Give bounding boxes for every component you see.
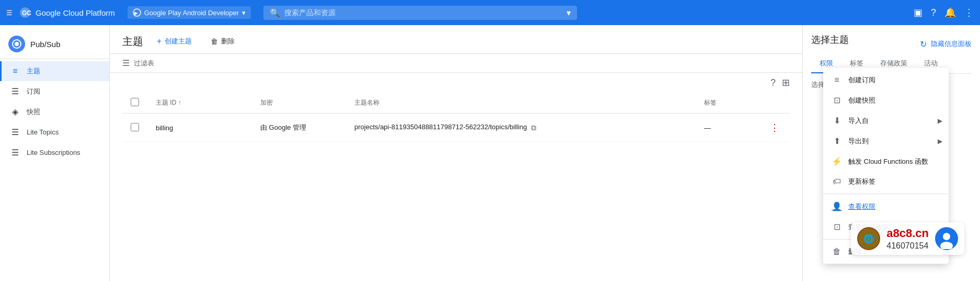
topbar: ☰ GC Google Cloud Platform ▶ Google Play… (0, 0, 980, 25)
menu-item-arrow-3: ▶ (938, 138, 942, 145)
col-header-encrypt[interactable]: 加密 (252, 93, 346, 114)
menu-item-label-6: 查看权限 (848, 202, 875, 211)
menu-divider-2 (823, 194, 949, 194)
sidebar-item-subscriptions[interactable]: ☰ 订阅 (0, 81, 109, 102)
help-icon[interactable]: ? (931, 7, 936, 18)
svg-point-5 (15, 42, 19, 46)
menu-item-icon-2: ⬇ (832, 116, 842, 126)
sidebar-item-subscriptions-label: 订阅 (27, 87, 40, 96)
sidebar-item-snapshots[interactable]: ◈ 快照 (0, 102, 109, 122)
search-icon: 🔍 (270, 8, 280, 18)
sidebar-item-topics[interactable]: ≡ 主题 (0, 61, 109, 81)
filter-bar[interactable]: ☰ 过滤表 (110, 54, 802, 73)
create-btn-label: 创建主题 (165, 37, 192, 46)
sidebar-item-lite-subscriptions[interactable]: ☰ Lite Subscriptions (0, 142, 109, 163)
refresh-icon[interactable]: ↻ (920, 39, 927, 49)
project-icon: ▶ (133, 8, 141, 17)
columns-toolbar-icon[interactable]: ⊞ (782, 77, 790, 88)
delete-button[interactable]: 🗑 删除 (205, 33, 240, 49)
menu-item-4[interactable]: ⚡ 触发 Cloud Functions 函数 (823, 151, 949, 172)
menu-item-0[interactable]: ≡ 创建订阅 (823, 70, 949, 90)
menu-item-label-4: 触发 Cloud Functions 函数 (848, 157, 928, 166)
menu-item-icon-3: ⬆ (832, 136, 842, 146)
table-container: ? ⊞ 主题 ID ↑ 加密 (110, 73, 802, 142)
col-header-id[interactable]: 主题 ID ↑ (147, 93, 252, 114)
copy-icon-0[interactable]: ⧉ (531, 123, 536, 132)
create-topic-button[interactable]: + 创建主题 (152, 33, 197, 49)
col-header-tags[interactable]: 标签 (696, 93, 758, 114)
watermark: 🌐 a8c8.cn 416070154 (851, 222, 964, 255)
svg-text:▶: ▶ (134, 10, 138, 16)
sidebar: Pub/Sub ≡ 主题 ☰ 订阅 ◈ 快照 ☰ Lite Topics ☰ L… (0, 25, 110, 281)
select-all-checkbox[interactable] (131, 98, 139, 106)
hide-panel-icon[interactable]: 隐藏信息面板 (931, 39, 972, 49)
notification-icon[interactable]: 🔔 (944, 7, 956, 18)
menu-item-5[interactable]: 🏷 更新标签 (823, 172, 949, 192)
delete-icon: 🗑 (211, 37, 218, 46)
avatar-2 (935, 227, 958, 250)
pubsub-logo-icon (11, 39, 22, 49)
tab-permissions-label: 权限 (820, 59, 833, 67)
sidebar-item-lite-topics[interactable]: ☰ Lite Topics (0, 122, 109, 142)
delete-btn-label: 删除 (221, 37, 235, 46)
menu-item-icon-8: 🗑 (832, 247, 842, 256)
search-input[interactable] (284, 8, 567, 17)
settings-icon[interactable]: ⋮ (964, 7, 974, 18)
sidebar-item-lite-topics-label: Lite Topics (27, 128, 59, 136)
col-id-label: 主题 ID ↑ (156, 99, 181, 106)
menu-item-icon-0: ≡ (832, 75, 842, 85)
row-checkbox-0[interactable] (131, 123, 139, 131)
menu-item-label-0: 创建订阅 (848, 75, 875, 85)
menu-item-label-2: 导入自 (848, 116, 869, 126)
filter-icon: ☰ (122, 58, 130, 68)
avatar-1: 🌐 (857, 227, 880, 250)
main-content: 主题 + 创建主题 🗑 删除 ☰ 过滤表 ? ⊞ (110, 25, 802, 281)
row-kebab-button-0[interactable]: ⋮ (768, 120, 781, 136)
row-actions-0: ⋮ (758, 114, 790, 142)
topbar-right-actions: ▣ ? 🔔 ⋮ (914, 7, 974, 18)
sidebar-brand-text: Pub/Sub (30, 40, 61, 49)
main-header: 主题 + 创建主题 🗑 删除 (110, 25, 802, 54)
lite-subscriptions-icon: ☰ (10, 148, 20, 158)
watermark-id: 416070154 (886, 241, 929, 251)
subscriptions-icon: ☰ (10, 86, 20, 96)
menu-item-label-5: 更新标签 (848, 177, 875, 186)
topbar-project-selector[interactable]: ▶ Google Play Android Developer ▾ (128, 6, 251, 19)
page-title: 主题 (122, 35, 143, 49)
topbar-search-bar[interactable]: 🔍 ▾ (263, 6, 577, 20)
topics-table: 主题 ID ↑ 加密 主题名称 标签 (122, 93, 790, 142)
col-encrypt-label: 加密 (260, 99, 273, 106)
sidebar-item-lite-subscriptions-label: Lite Subscriptions (27, 149, 80, 156)
menu-item-3[interactable]: ⬆ 导出到 ▶ (823, 131, 949, 151)
menu-item-icon-1: ⊡ (832, 95, 842, 105)
search-dropdown-icon: ▾ (567, 8, 571, 18)
avatar-1-icon: 🌐 (858, 228, 879, 249)
menu-item-2[interactable]: ⬇ 导入自 ▶ (823, 110, 949, 131)
menu-icon[interactable]: ☰ (6, 9, 13, 17)
menu-item-arrow-2: ▶ (938, 117, 942, 125)
monitor-icon[interactable]: ▣ (914, 7, 923, 18)
svg-text:GC: GC (22, 9, 31, 17)
sidebar-item-snapshots-label: 快照 (27, 107, 40, 117)
row-tags-0: — (696, 114, 758, 142)
menu-item-6[interactable]: 👤 查看权限 (823, 196, 949, 217)
col-tags-label: 标签 (704, 99, 717, 106)
tab-storage-policy-label: 存储政策 (880, 59, 907, 67)
row-encrypt-0: 由 Google 管理 (252, 114, 346, 142)
menu-item-icon-7: ⊡ (832, 222, 842, 232)
menu-item-1[interactable]: ⊡ 创建快照 (823, 90, 949, 110)
help-toolbar-icon[interactable]: ? (770, 77, 776, 88)
topics-icon: ≡ (10, 66, 20, 76)
lite-topics-icon: ☰ (10, 127, 20, 137)
table-toolbar: ? ⊞ (122, 73, 790, 93)
menu-item-icon-6: 👤 (832, 201, 842, 211)
avatar-2-icon (936, 228, 957, 249)
col-header-name[interactable]: 主题名称 (346, 93, 696, 114)
tab-activity-label: 活动 (924, 59, 938, 67)
table-row: billing 由 Google 管理 projects/api-8119350… (122, 114, 790, 142)
sidebar-brand: Pub/Sub (0, 29, 109, 57)
menu-item-label-3: 导出到 (848, 137, 869, 146)
menu-item-icon-5: 🏷 (832, 177, 842, 186)
snapshots-icon: ◈ (10, 107, 20, 117)
topbar-logo: GC Google Cloud Platform (19, 6, 115, 19)
